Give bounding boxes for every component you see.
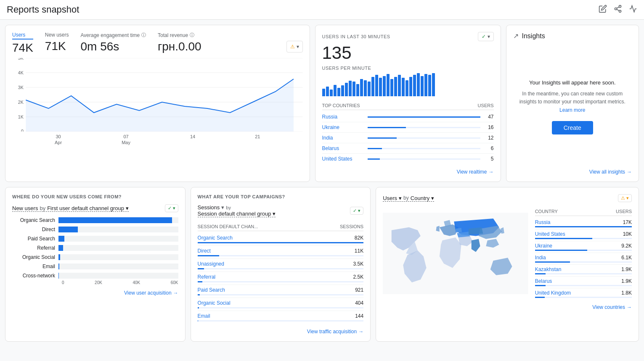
more-button[interactable] [629, 5, 637, 15]
revenue-label: Total revenue ⓘ [158, 32, 302, 38]
country-row-belarus: Belarus 6 [322, 143, 494, 154]
camp-check-icon: ✓ [353, 208, 357, 213]
line-chart-svg: 5K 4K 3K 2K 1K 0 [12, 58, 303, 132]
view-realtime-link[interactable]: View realtime → [322, 169, 494, 175]
hbar-row-organic-social: Organic Social [12, 254, 178, 260]
hbar-row-email: Email [12, 264, 178, 269]
check-dropdown-icon: ▾ [488, 34, 490, 40]
country-name-ukraine[interactable]: Ukraine [322, 124, 364, 130]
geo-country-russia[interactable]: Russia [535, 219, 551, 225]
hbar-chart: Organic Search Direct Paid Search Referr… [12, 217, 178, 285]
geo-warning-btn[interactable]: ⚠ ▾ [618, 194, 632, 202]
hbar-track [58, 217, 178, 223]
hbar-label-cross-network: Cross-network [12, 273, 58, 279]
geo-row-belarus: Belarus 1.9K [535, 277, 632, 288]
traffic-arrow-icon: → [358, 329, 363, 335]
country-name-belarus[interactable]: Belarus [322, 145, 364, 151]
check-circle-icon: ✓ [482, 34, 486, 40]
camp-value-paid-search: 921 [355, 287, 363, 293]
svg-text:1K: 1K [18, 115, 24, 119]
acquisition-selector[interactable]: New users by First user default channel … [12, 205, 129, 212]
hbar-track [58, 273, 178, 279]
channel-group-selector[interactable]: Session default channel group ▾ [198, 211, 276, 217]
geo-value-kazakhstan: 1.9K [621, 266, 632, 272]
acq-check-icon: ✓ [168, 206, 172, 211]
campaigns-selector: Sessions ▾ by Session default channel gr… [198, 204, 276, 217]
hbar-row-direct: Direct [12, 227, 178, 232]
x-label-1: 30Apr [55, 134, 62, 146]
camp-name-paid-search[interactable]: Paid Search [198, 287, 225, 293]
top-countries-col-label: TOP COUNTRIES [322, 103, 360, 108]
country-value-us: 5 [484, 156, 494, 162]
users-label: Users [12, 32, 33, 40]
camp-selector-icon: ▾ [273, 211, 276, 217]
x-label-4: 21 [255, 134, 260, 146]
geo-row-us: United States 10K [535, 229, 632, 241]
svg-line-4 [617, 7, 619, 8]
campaigns-check-btn[interactable]: ✓ ▾ [350, 207, 363, 215]
acq-arrow-icon: → [173, 290, 178, 296]
selector-chevron-icon: ▾ [126, 205, 129, 211]
acquisition-card-header: New users by First user default channel … [12, 204, 178, 212]
hbar-row-paid-search: Paid Search [12, 236, 178, 242]
camp-name-referral[interactable]: Referral [198, 274, 216, 280]
geo-country-india[interactable]: India [535, 255, 546, 261]
camp-dropdown-icon: ▾ [358, 208, 360, 213]
acquisition-check-btn[interactable]: ✓ ▾ [165, 204, 178, 212]
geo-country-us[interactable]: United States [535, 231, 565, 237]
geo-selector[interactable]: Users ▾ by Country ▾ [383, 195, 434, 202]
header-actions [599, 5, 637, 15]
view-all-insights-link[interactable]: View all insights → [513, 169, 632, 175]
country-name-russia[interactable]: Russia [322, 114, 364, 120]
geo-country-kazakhstan[interactable]: Kazakhstan [535, 266, 562, 272]
country-row-us: United States 5 [322, 154, 494, 164]
country-name-india[interactable]: India [322, 135, 364, 141]
camp-name-organic-social[interactable]: Organic Social [198, 300, 231, 306]
channel-selector: First user default channel group [47, 205, 124, 211]
chart-x-labels: 30Apr 07May 14 21 [12, 134, 303, 146]
view-countries-link[interactable]: View countries → [383, 304, 632, 310]
svg-point-0 [619, 5, 621, 7]
view-acquisition-link[interactable]: View user acquisition → [12, 290, 178, 296]
camp-name-direct[interactable]: Direct [198, 248, 211, 254]
learn-more-link[interactable]: Learn more [559, 107, 585, 113]
camp-row-paid-search: Paid Search 921 [198, 285, 364, 298]
geo-country-belarus[interactable]: Belarus [535, 278, 552, 284]
view-traffic-link[interactable]: View traffic acquisition → [198, 329, 364, 335]
revenue-warning-btn[interactable]: ⚠ ▾ [286, 41, 303, 53]
camp-name-unassigned[interactable]: Unassigned [198, 261, 224, 267]
geo-warning-icon: ⚠ [621, 195, 625, 201]
header: Reports snapshot [0, 0, 644, 20]
svg-text:2K: 2K [18, 100, 24, 105]
world-map-svg [383, 207, 528, 300]
engagement-value: 0m 56s [81, 40, 146, 53]
camp-name-organic-search[interactable]: Organic Search [198, 235, 233, 241]
hbar-row-referral: Referral [12, 245, 178, 251]
geo-row-uk: United Kingdom 1.8K [535, 288, 632, 300]
hbar-track [58, 245, 178, 251]
geo-country-ukraine[interactable]: Ukraine [535, 243, 552, 249]
insights-title: Insights [522, 32, 545, 40]
country-name-us[interactable]: United States [322, 156, 364, 162]
camp-name-email[interactable]: Email [198, 313, 210, 319]
share-button[interactable] [614, 5, 622, 15]
acquisition-card: WHERE DO YOUR NEW USERS COME FROM? New u… [5, 187, 186, 342]
new-users-value: 71K [45, 40, 69, 53]
hbar-label-organic-search: Organic Search [12, 217, 58, 223]
country-bar-india [368, 137, 480, 139]
hbar-track [58, 264, 178, 269]
country-row-ukraine: Ukraine 16 [322, 122, 494, 133]
main-content: Users 74K New users 71K Average engageme… [0, 20, 644, 347]
create-button[interactable]: Create [552, 121, 593, 134]
camp-value-organic-social: 404 [355, 300, 363, 306]
metric-users: Users 74K [12, 32, 33, 55]
insights-description: In the meantime, you can create new cust… [513, 90, 632, 114]
users-per-minute-chart [322, 73, 494, 96]
edit-button[interactable] [599, 5, 607, 15]
new-users-label: New users [45, 32, 69, 38]
acquisition-section-title: WHERE DO YOUR NEW USERS COME FROM? [12, 194, 178, 199]
campaigns-section-title: WHAT ARE YOUR TOP CAMPAIGNS? [198, 194, 364, 199]
geo-country-uk[interactable]: United Kingdom [535, 290, 571, 296]
metric-new-users: New users 71K [45, 32, 69, 53]
realtime-check-btn[interactable]: ✓ ▾ [478, 32, 494, 41]
